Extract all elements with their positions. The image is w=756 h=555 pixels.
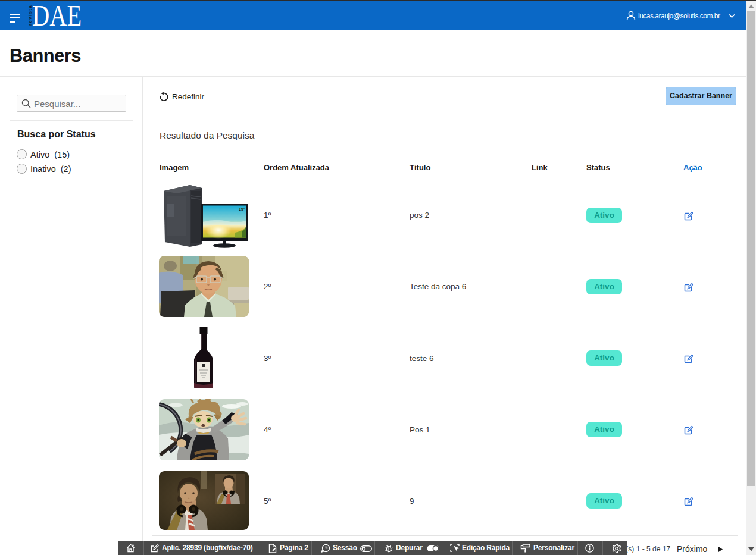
svg-text:19": 19" [239,207,245,211]
